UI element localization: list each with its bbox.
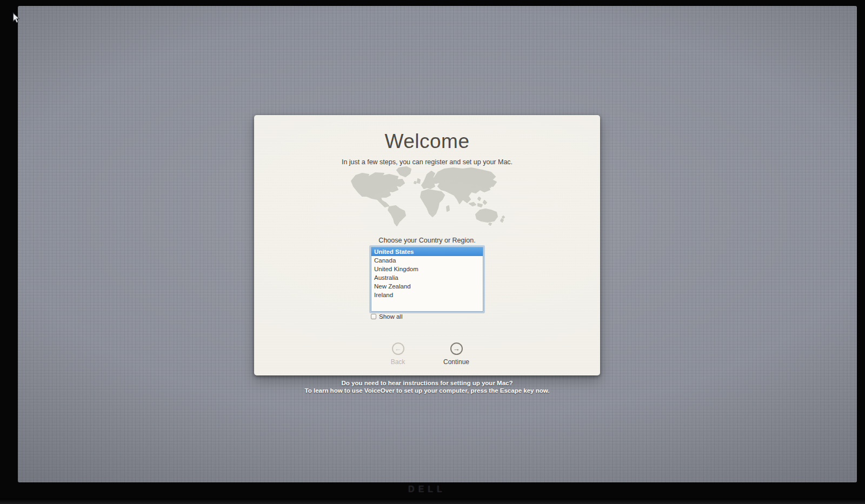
country-prompt-label: Choose your Country or Region. bbox=[254, 237, 600, 244]
nav-buttons: ← Back → Continue bbox=[254, 342, 600, 366]
dell-logo: DELL bbox=[408, 485, 446, 494]
continue-button[interactable]: → Continue bbox=[437, 342, 475, 366]
photo-of-monitor: { "monitor": { "brand_label": "DELL" }, … bbox=[0, 0, 865, 504]
show-all-row: Show all bbox=[371, 313, 402, 320]
country-option[interactable]: Australia bbox=[371, 273, 483, 282]
back-arrow-icon: ← bbox=[392, 342, 404, 355]
back-button[interactable]: ← Back bbox=[379, 342, 417, 366]
country-listbox[interactable]: United States Canada United Kingdom Aust… bbox=[371, 247, 483, 312]
country-option[interactable]: New Zealand bbox=[371, 282, 483, 291]
desktop-background: Welcome In just a few steps, you can reg… bbox=[18, 6, 857, 482]
continue-button-label: Continue bbox=[437, 358, 475, 366]
page-title: Welcome bbox=[254, 130, 600, 153]
continue-arrow-icon: → bbox=[450, 342, 463, 355]
country-option[interactable]: United States bbox=[371, 247, 483, 256]
back-button-label: Back bbox=[379, 358, 417, 366]
show-all-label[interactable]: Show all bbox=[379, 313, 402, 320]
voiceover-line-1: Do you need to hear instructions for set… bbox=[254, 379, 600, 387]
voiceover-line-2: To learn how to use VoiceOver to set up … bbox=[254, 387, 600, 394]
setup-assistant-window: Welcome In just a few steps, you can reg… bbox=[254, 115, 600, 375]
world-map-image bbox=[346, 165, 508, 226]
country-option[interactable]: Canada bbox=[371, 256, 483, 265]
bezel-shine bbox=[0, 499, 865, 504]
mouse-cursor-arrow-icon bbox=[11, 12, 21, 23]
voiceover-instructions: Do you need to hear instructions for set… bbox=[254, 379, 600, 394]
country-option[interactable]: Ireland bbox=[371, 291, 483, 299]
show-all-checkbox[interactable] bbox=[371, 314, 376, 319]
country-option[interactable]: United Kingdom bbox=[371, 265, 483, 273]
